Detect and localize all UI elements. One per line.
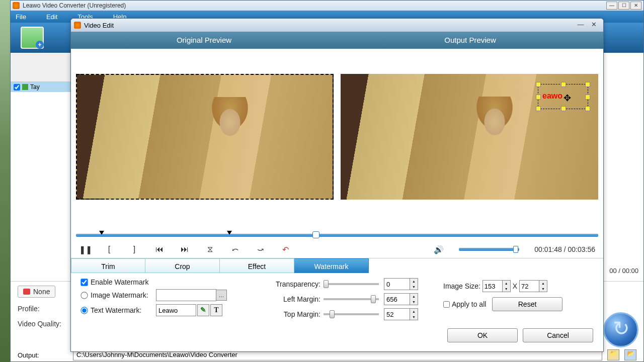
open-folder-icon[interactable]: 📂 <box>624 349 636 360</box>
next-frame-button[interactable]: ⏭ <box>180 245 190 254</box>
list-item-checkbox[interactable] <box>14 84 20 90</box>
subtitle-none-button[interactable]: None <box>18 286 55 298</box>
watermark-text: eawo <box>542 92 562 101</box>
image-size-label: Image Size: <box>443 282 480 290</box>
list-item[interactable]: Tay <box>11 82 70 92</box>
bg-time-display: 00 / 00:00 <box>609 267 638 275</box>
original-video-frame[interactable] <box>76 74 334 200</box>
dialog-close-button[interactable]: ✕ <box>587 21 600 30</box>
maximize-button[interactable]: ☐ <box>618 2 629 10</box>
trim-end-marker[interactable] <box>227 231 232 235</box>
edit-tabs: Trim Crop Effect Watermark <box>71 258 603 273</box>
move-cursor-icon: ✥ <box>564 93 571 104</box>
video-file-icon <box>22 84 28 90</box>
playback-controls: ❚❚ [ ] ⏮ ⏭ ⧖ ⤺ ⤻ ↶ 🔊 00:01:48 / 00:03:56 <box>71 241 603 258</box>
dialog-minimize-button[interactable]: — <box>574 21 587 30</box>
left-margin-slider[interactable] <box>324 298 379 300</box>
transparency-label: Transparency: <box>267 280 320 288</box>
watermark-overlay[interactable]: eawo ✥ <box>538 84 588 109</box>
image-height-input[interactable] <box>519 280 539 292</box>
apply-all-label: Apply to all <box>452 300 486 308</box>
ok-button[interactable]: OK <box>447 328 518 342</box>
transparency-slider[interactable] <box>324 283 379 285</box>
slider-thumb[interactable] <box>330 310 335 318</box>
output-video-frame[interactable]: eawo ✥ <box>341 74 598 200</box>
playhead[interactable] <box>312 231 319 238</box>
menu-file[interactable]: File <box>16 13 26 21</box>
original-preview-pane <box>76 74 334 225</box>
pause-button[interactable]: ❚❚ <box>79 245 89 254</box>
set-end-button[interactable]: ] <box>129 245 139 254</box>
cancel-button[interactable]: Cancel <box>523 328 593 342</box>
browse-image-icon[interactable]: … <box>216 290 227 301</box>
minimize-button[interactable]: — <box>606 2 617 10</box>
image-watermark-radio[interactable] <box>80 292 88 299</box>
profile-label: Profile: <box>18 305 73 313</box>
snapshot-button[interactable]: ⧖ <box>205 245 215 254</box>
video-edit-dialog: Video Edit — ✕ Original Preview Output P… <box>70 18 604 352</box>
top-margin-slider[interactable] <box>324 313 379 315</box>
tab-watermark[interactable]: Watermark <box>294 258 369 273</box>
add-video-icon[interactable] <box>21 27 44 49</box>
color-picker-icon[interactable]: ✎ <box>197 304 209 316</box>
left-margin-value[interactable] <box>384 293 410 305</box>
convert-button[interactable] <box>603 312 638 347</box>
enable-watermark-checkbox[interactable] <box>80 279 88 286</box>
transparency-value[interactable] <box>384 278 410 290</box>
list-tabs <box>11 53 70 82</box>
rotate-left-button[interactable]: ⤺ <box>230 245 240 254</box>
prev-frame-button[interactable]: ⏮ <box>154 245 165 254</box>
output-label: Output: <box>18 351 68 359</box>
close-button[interactable]: ✕ <box>630 2 641 10</box>
tab-crop[interactable]: Crop <box>145 258 220 273</box>
apply-all-checkbox[interactable] <box>443 301 450 308</box>
rotate-right-button[interactable]: ⤻ <box>255 245 265 254</box>
reset-button[interactable]: Reset <box>492 297 562 311</box>
image-watermark-path[interactable] <box>156 289 216 301</box>
dialog-titlebar: Video Edit — ✕ <box>71 19 603 32</box>
resize-handle[interactable] <box>536 82 541 87</box>
undo-button[interactable]: ↶ <box>280 245 290 254</box>
output-preview-pane: eawo ✥ <box>341 74 598 225</box>
volume-icon[interactable]: 🔊 <box>434 245 444 254</box>
transparency-spinner[interactable]: ▲▼ <box>410 278 418 290</box>
text-watermark-radio[interactable] <box>80 307 88 314</box>
browse-folder-icon[interactable]: 📁 <box>607 349 619 360</box>
volume-thumb[interactable] <box>513 246 518 253</box>
image-width-input[interactable] <box>482 280 503 292</box>
resize-handle[interactable] <box>561 82 566 87</box>
slider-thumb[interactable] <box>371 295 376 303</box>
resize-handle[interactable] <box>561 106 566 111</box>
font-picker-icon[interactable]: T <box>210 304 222 316</box>
set-start-button[interactable]: [ <box>104 245 114 254</box>
top-margin-label: Top Margin: <box>267 310 320 318</box>
text-watermark-input[interactable] <box>156 304 196 316</box>
volume-slider[interactable] <box>459 248 519 251</box>
resize-handle[interactable] <box>585 106 590 111</box>
time-display: 00:01:48 / 00:03:56 <box>534 245 595 253</box>
top-margin-spinner[interactable]: ▲▼ <box>410 308 418 320</box>
video-content <box>464 97 525 187</box>
timeline[interactable] <box>71 230 603 241</box>
width-spinner[interactable]: ▲▼ <box>503 280 511 292</box>
trim-start-marker[interactable] <box>99 231 104 235</box>
height-spinner[interactable]: ▲▼ <box>539 280 547 292</box>
enable-watermark-label: Enable Watermark <box>91 278 148 286</box>
resize-handle[interactable] <box>585 95 590 100</box>
video-list: Tay <box>11 53 71 284</box>
resize-handle[interactable] <box>585 82 590 87</box>
tab-trim[interactable]: Trim <box>71 258 145 273</box>
timeline-track[interactable] <box>76 234 598 237</box>
resize-handle[interactable] <box>536 106 541 111</box>
video-content <box>200 97 260 188</box>
resize-handle[interactable] <box>536 95 541 100</box>
tab-effect[interactable]: Effect <box>220 258 294 273</box>
list-item-label: Tay <box>30 83 40 90</box>
top-margin-value[interactable] <box>384 308 410 320</box>
slider-thumb[interactable] <box>324 280 329 288</box>
video-quality-label: Video Quality: <box>18 320 73 328</box>
left-margin-spinner[interactable]: ▲▼ <box>410 293 418 305</box>
preview-area: eawo ✥ <box>71 49 603 230</box>
left-margin-label: Left Margin: <box>267 295 320 303</box>
menu-edit[interactable]: Edit <box>46 13 57 21</box>
